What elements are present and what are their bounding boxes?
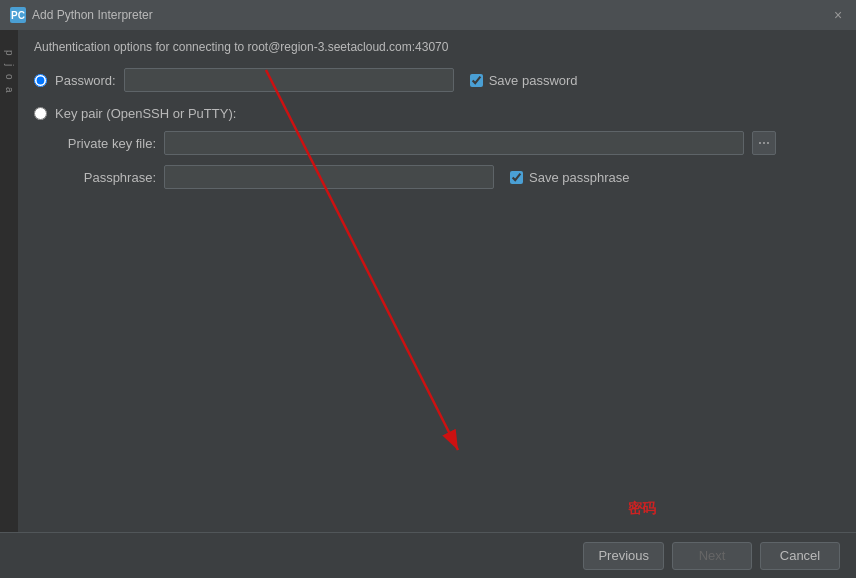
- password-label: Password:: [55, 73, 116, 88]
- sidebar-letter-a: a: [4, 87, 15, 93]
- title-bar: PC Add Python Interpreter ×: [0, 0, 856, 30]
- password-row: Password: Save password: [34, 68, 840, 92]
- keypair-section: Key pair (OpenSSH or PuTTY): Private key…: [34, 106, 840, 189]
- options-area: Password: Save password Key pair (OpenSS…: [34, 68, 840, 189]
- title-bar-left: PC Add Python Interpreter: [10, 7, 153, 23]
- keypair-radio[interactable]: [34, 107, 47, 120]
- private-key-label: Private key file:: [56, 136, 156, 151]
- dialog-title: Add Python Interpreter: [32, 8, 153, 22]
- keypair-header: Key pair (OpenSSH or PuTTY):: [34, 106, 840, 121]
- private-key-input[interactable]: [164, 131, 744, 155]
- previous-button[interactable]: Previous: [583, 542, 664, 570]
- app-icon: PC: [10, 7, 26, 23]
- dialog: PC Add Python Interpreter × p j o a Auth…: [0, 0, 856, 578]
- next-button[interactable]: Next: [672, 542, 752, 570]
- save-passphrase-checkbox[interactable]: [510, 171, 523, 184]
- main-content: Authentication options for connecting to…: [18, 30, 856, 578]
- save-password-label: Save password: [489, 73, 578, 88]
- sidebar-letter-o: o: [4, 74, 15, 80]
- browse-icon: ⋯: [758, 136, 770, 150]
- browse-button[interactable]: ⋯: [752, 131, 776, 155]
- save-password-row: Save password: [470, 73, 578, 88]
- close-button[interactable]: ×: [830, 7, 846, 23]
- password-radio[interactable]: [34, 74, 47, 87]
- save-passphrase-row: Save passphrase: [510, 170, 629, 185]
- sidebar-letter-p: p: [4, 50, 15, 56]
- cancel-button[interactable]: Cancel: [760, 542, 840, 570]
- keypair-fields: Private key file: ⋯ Passphrase: Save pas…: [56, 131, 840, 189]
- button-bar: Previous Next Cancel: [0, 532, 856, 578]
- save-passphrase-label: Save passphrase: [529, 170, 629, 185]
- private-key-row: Private key file: ⋯: [56, 131, 840, 155]
- passphrase-label: Passphrase:: [56, 170, 156, 185]
- sidebar-letter-j: j: [4, 64, 15, 66]
- keypair-label: Key pair (OpenSSH or PuTTY):: [55, 106, 236, 121]
- left-sidebar: p j o a: [0, 30, 18, 578]
- passphrase-row: Passphrase: Save passphrase: [56, 165, 840, 189]
- save-password-checkbox[interactable]: [470, 74, 483, 87]
- password-input[interactable]: [124, 68, 454, 92]
- passphrase-input[interactable]: [164, 165, 494, 189]
- auth-header: Authentication options for connecting to…: [34, 40, 840, 54]
